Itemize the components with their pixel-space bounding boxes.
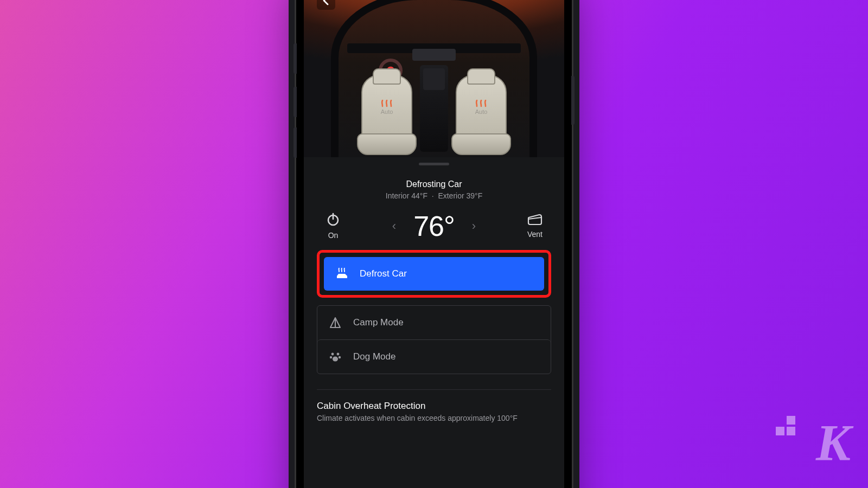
- paw-icon: [329, 351, 341, 363]
- back-button[interactable]: [317, 0, 335, 10]
- driver-seat[interactable]: Auto: [357, 75, 417, 155]
- temp-decrease[interactable]: ‹: [387, 214, 401, 239]
- mode-label: Dog Mode: [353, 351, 395, 362]
- mode-label: Camp Mode: [353, 317, 404, 328]
- svg-point-11: [333, 357, 338, 362]
- power-icon: [326, 213, 340, 227]
- overheat-desc: Climate activates when cabin exceeds app…: [317, 414, 551, 422]
- mode-label: Defrost Car: [360, 268, 407, 279]
- svg-point-10: [339, 356, 341, 358]
- divider: [317, 389, 551, 390]
- climate-status: Defrosting Car Interior 44°F · Exterior …: [317, 179, 551, 200]
- car-interior-hero[interactable]: Auto Auto: [304, 0, 564, 157]
- chevron-left-icon: [322, 0, 330, 5]
- climate-status-title: Defrosting Car: [317, 179, 551, 189]
- highlight-annotation: Defrost Car: [317, 250, 551, 298]
- mode-defrost[interactable]: Defrost Car: [324, 257, 544, 291]
- center-console: [420, 65, 448, 152]
- passenger-seat[interactable]: Auto: [451, 75, 511, 155]
- vent-button[interactable]: Vent: [519, 214, 551, 239]
- temp-increase[interactable]: ›: [467, 214, 481, 239]
- rearview-mirror: [412, 49, 456, 61]
- temperature-value[interactable]: 76°: [413, 210, 455, 242]
- mode-camp[interactable]: Camp Mode: [317, 306, 551, 339]
- defrost-icon: [336, 268, 348, 280]
- mode-dog[interactable]: Dog Mode: [317, 339, 551, 374]
- seat-heat-icon: Auto: [475, 100, 488, 115]
- svg-point-7: [331, 353, 334, 356]
- vent-icon: [527, 214, 542, 226]
- power-label: On: [328, 231, 339, 240]
- seat-heat-icon: Auto: [380, 100, 393, 115]
- vent-label: Vent: [527, 230, 542, 239]
- phone-screen: 12:08: [304, 0, 564, 488]
- svg-point-9: [330, 356, 332, 358]
- power-button[interactable]: On: [317, 213, 349, 240]
- phone-frame: 12:08: [296, 0, 572, 488]
- svg-point-8: [337, 353, 340, 356]
- overheat-section[interactable]: Cabin Overheat Protection Climate activa…: [317, 401, 551, 422]
- watermark-logo: K: [816, 413, 848, 473]
- temperature-control: ‹ 76° ›: [387, 210, 481, 242]
- climate-status-temps: Interior 44°F · Exterior 39°F: [317, 191, 551, 200]
- overheat-title: Cabin Overheat Protection: [317, 401, 551, 412]
- tent-icon: [329, 317, 341, 329]
